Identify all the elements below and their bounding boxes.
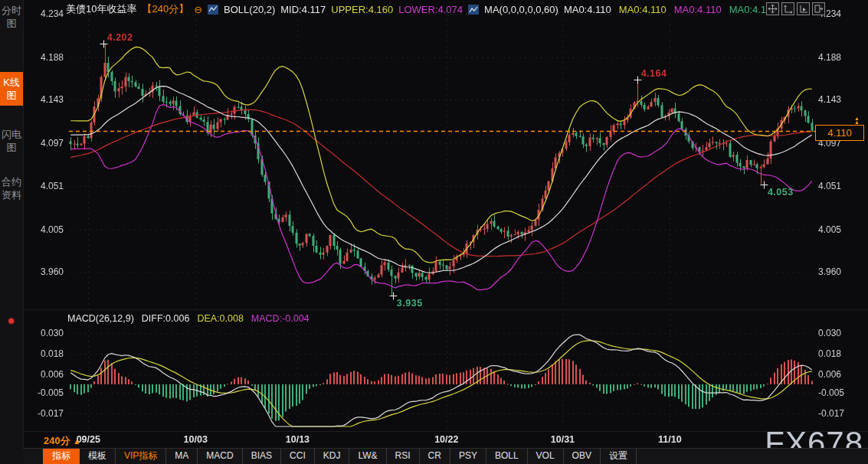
macd-tick-right-1: 0.030 [818,328,858,338]
price-tick-left-3: 4.143 [24,94,64,105]
price-tick-right-7: 3.960 [818,266,858,277]
tab-PSY[interactable]: PSY [450,449,486,464]
macd-value: MACD:-0.004 [251,313,310,324]
ma-value-2: MA0:4.110 [619,4,667,15]
macd-tick-left-1: 0.030 [24,328,64,338]
pane-divider [23,309,868,310]
ma-value-3: MA0:4.110 [674,4,722,15]
macd-tick-left-4: -0.005 [24,387,64,398]
boll-lower-value: LOWER:4.074 [398,4,463,15]
tab-VIP指标[interactable]: VIP指标 [116,449,166,464]
symbol-title: 美债10年收益率 [66,2,136,16]
ma-mini-chart-icon[interactable] [468,5,479,15]
macd-tick-left-3: 0.006 [24,369,64,380]
extreme-label-4.202: 4.202 [107,32,133,43]
tab-模板[interactable]: 模板 [80,449,116,464]
tab-KDJ[interactable]: KDJ [315,449,350,464]
tab-指标[interactable]: 指标 [43,449,80,464]
price-tick-left-7: 3.960 [24,266,64,277]
macd-tick-right-2: 0.018 [818,348,858,359]
date-label-10/31: 10/31 [551,434,575,445]
trading-app-window: 分时图K线图闪电图合约资料 ✹ 美债10年收益率 【240分】 ⊖ BOLL(2… [0,0,868,464]
macd-tick-left-5: -0.017 [24,408,64,419]
ma-value-1: MA0:4.110 [564,4,611,15]
price-tick-right-2: 4.188 [818,52,858,63]
date-label-10/13: 10/13 [286,434,310,445]
price-tick-left-1: 4.234 [24,8,64,19]
boll-mid-value: MID:4.117 [280,4,326,15]
sidebar-item-4[interactable]: 合约资料 [0,172,23,205]
macd-params-label: MACD(26,12,9) [67,313,134,324]
price-tick-left-4: 4.097 [24,138,64,149]
tab-CCI[interactable]: CCI [281,449,315,464]
price-tick-right-6: 4.005 [818,224,858,235]
tab-设置[interactable]: 设置 [601,449,637,464]
macd-header: MACD(26,12,9) DIFF:0.006 DEA:0.008 MACD:… [67,313,310,324]
tab-MACD[interactable]: MACD [198,449,242,464]
macd-tick-right-4: -0.005 [818,387,858,398]
price-chart-canvas[interactable] [0,0,868,464]
price-tick-left-6: 4.005 [24,224,64,235]
timeframe-label: 【240分】 [142,2,188,16]
date-label-10/22: 10/22 [434,434,458,445]
date-label-10/03: 10/03 [184,434,208,445]
sidebar-item-3[interactable]: 闪电图 [0,124,23,158]
window-controls [766,2,825,15]
macd-dea-value: DEA:0.008 [197,313,243,324]
move-icon[interactable] [766,2,779,15]
boll-mini-chart-icon[interactable] [208,5,218,15]
alert-burst-icon[interactable]: ✹ [7,315,15,327]
boll-label: BOLL(20,2) [224,4,275,15]
extreme-label-4.053: 4.053 [768,187,794,198]
macd-tick-right-5: -0.017 [818,408,858,419]
date-label-11/10: 11/10 [658,434,682,445]
chart-header: 美债10年收益率 【240分】 ⊖ BOLL(20,2) MID:4.117 U… [66,2,766,16]
ma-value-4: MA0:4.1 [729,4,766,15]
axis-scale-icon[interactable] [781,2,794,15]
tab-RSI[interactable]: RSI [387,449,420,464]
boll-upper-value: UPPER:4.160 [331,4,393,15]
date-axis-divider [23,431,868,432]
price-tick-right-3: 4.143 [818,94,858,105]
footer-timeframe[interactable]: 240分 ▲ [44,434,80,448]
exit-icon[interactable] [812,2,825,15]
tab-VOL[interactable]: VOL [528,449,564,464]
last-price-tag[interactable]: 4.110 [815,125,864,141]
extreme-label-4.164: 4.164 [641,68,667,79]
tab-CR[interactable]: CR [420,449,450,464]
tab-BOLL[interactable]: BOLL [486,449,528,464]
price-tick-left-5: 4.051 [24,181,64,191]
tab-MA[interactable]: MA [166,449,198,464]
jump-to-latest-icon[interactable]: ▲▲ [854,116,860,124]
macd-diff-value: DIFF:0.006 [142,313,190,324]
tab-LW&[interactable]: LW& [349,449,386,464]
extreme-label-3.935: 3.935 [397,298,423,309]
price-tick-right-5: 4.051 [818,181,858,191]
footer-timeframe-label: 240分 [44,435,70,446]
macd-tick-left-2: 0.018 [24,348,64,359]
ma-label: MA(0,0,0,0,0,60) [484,4,558,15]
tab-OBV[interactable]: OBV [564,449,601,464]
sidebar: 分时图K线图闪电图合约资料 [0,0,24,464]
header-ma-values: MA0:4.110MA0:4.110MA0:4.110MA0:4.1 [564,4,766,15]
sidebar-item-1[interactable]: 分时图 [0,0,23,34]
collapse-icon[interactable]: ⊖ [194,4,202,15]
macd-tick-right-3: 0.006 [818,369,858,380]
price-tick-left-2: 4.188 [24,52,64,63]
timeframe-up-icon: ▲ [73,437,80,446]
sidebar-item-2[interactable]: K线图 [0,72,23,106]
axis-shift-icon[interactable] [797,2,810,15]
indicator-tabbar: 指标模板VIP指标MAMACDBIASCCIKDJLW&RSICRPSYBOLL… [23,448,868,464]
tab-BIAS[interactable]: BIAS [243,449,281,464]
